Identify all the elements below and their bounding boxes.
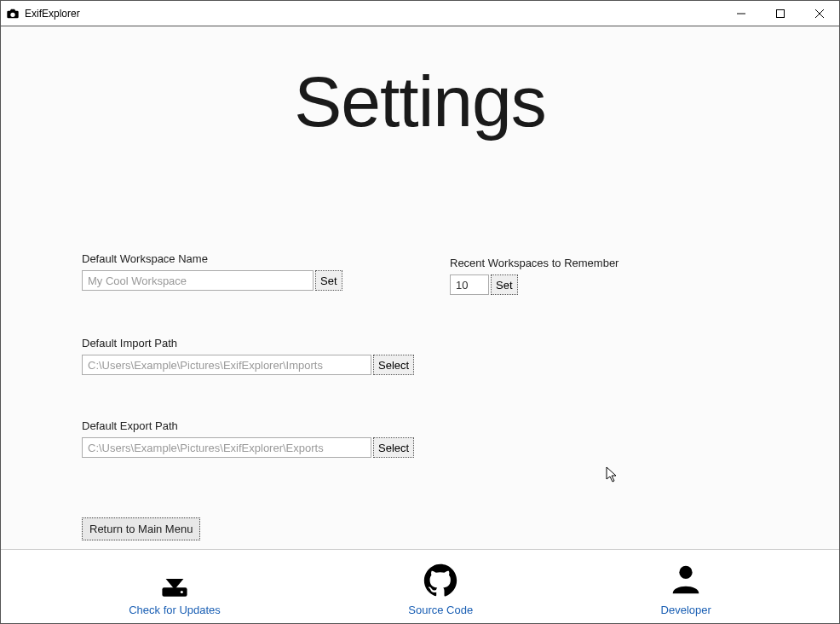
app-icon <box>6 7 20 20</box>
export-path-label: Default Export Path <box>82 419 414 432</box>
minimize-button[interactable] <box>722 1 761 26</box>
recent-workspaces-set-button[interactable]: Set <box>491 274 518 295</box>
workspace-name-label: Default Workspace Name <box>82 252 342 265</box>
footer-developer[interactable]: Developer <box>661 561 711 616</box>
github-icon <box>419 561 462 600</box>
footer: Check for Updates Source Code Developer <box>1 549 839 624</box>
content-area: Settings Default Workspace Name Set Rece… <box>1 26 839 549</box>
person-icon <box>665 561 707 600</box>
workspace-name-input[interactable] <box>82 270 314 291</box>
recent-workspaces-label: Recent Workspaces to Remember <box>450 257 618 269</box>
recent-workspaces-input[interactable] <box>450 274 489 295</box>
download-icon <box>153 561 196 600</box>
svg-point-5 <box>181 591 183 593</box>
footer-updates[interactable]: Check for Updates <box>129 561 221 616</box>
export-path-input[interactable] <box>82 437 371 458</box>
footer-source-label: Source Code <box>408 604 473 616</box>
footer-updates-label: Check for Updates <box>129 604 221 616</box>
footer-developer-label: Developer <box>661 604 711 616</box>
window-controls <box>722 1 839 26</box>
workspace-name-set-button[interactable]: Set <box>315 270 342 291</box>
export-path-group: Default Export Path Select <box>82 419 414 458</box>
maximize-button[interactable] <box>761 1 800 26</box>
close-button[interactable] <box>800 1 839 26</box>
titlebar: ExifExplorer <box>1 1 839 26</box>
export-path-select-button[interactable]: Select <box>373 437 414 458</box>
page-title: Settings <box>8 26 832 143</box>
import-path-select-button[interactable]: Select <box>373 355 414 375</box>
svg-point-6 <box>679 566 692 579</box>
titlebar-left: ExifExplorer <box>1 7 80 20</box>
import-path-group: Default Import Path Select <box>82 337 414 375</box>
footer-source[interactable]: Source Code <box>408 561 473 616</box>
import-path-input[interactable] <box>82 355 371 375</box>
return-main-menu-button[interactable]: Return to Main Menu <box>82 517 200 540</box>
import-path-label: Default Import Path <box>82 337 414 350</box>
cursor-icon <box>606 466 619 483</box>
recent-workspaces-group: Recent Workspaces to Remember Set <box>450 257 618 295</box>
svg-rect-1 <box>777 9 785 17</box>
svg-rect-4 <box>162 587 187 596</box>
workspace-name-group: Default Workspace Name Set <box>82 252 342 291</box>
app-title: ExifExplorer <box>25 8 80 20</box>
